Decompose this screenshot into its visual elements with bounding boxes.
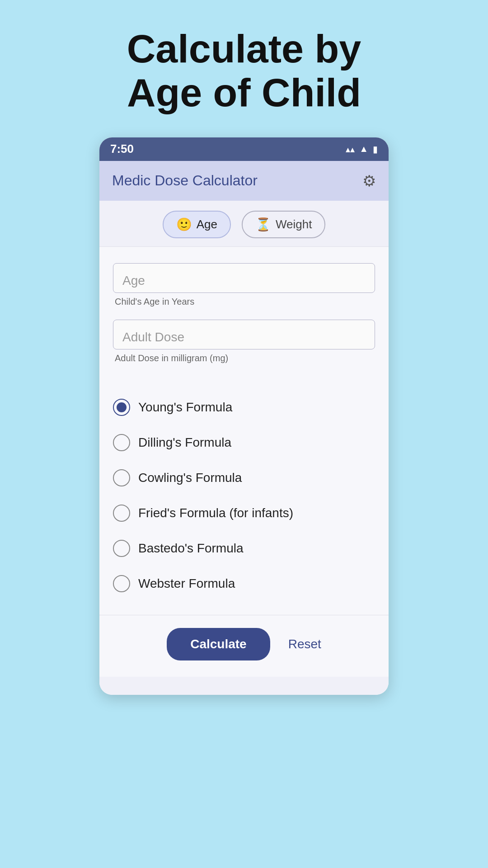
- signal-icon: ▲: [359, 144, 368, 154]
- tab-bar: 🙂 Age ⏳ Weight: [99, 201, 389, 247]
- page-title: Calculate by Age of Child: [0, 0, 488, 137]
- radio-frieds-circle: [113, 505, 130, 522]
- radio-dillings-circle: [113, 434, 130, 451]
- radio-frieds-label: Fried's Formula (for infants): [138, 506, 293, 520]
- radio-cowlings-label: Cowling's Formula: [138, 471, 242, 485]
- radio-youngs-circle: [113, 399, 130, 416]
- wifi-icon: ▴▴: [346, 144, 355, 155]
- btn-row: Calculate Reset: [99, 615, 389, 677]
- radio-youngs-label: Young's Formula: [138, 400, 232, 415]
- bottom-hint: [99, 677, 389, 695]
- age-input[interactable]: [113, 263, 375, 293]
- radio-basedos-circle: [113, 540, 130, 557]
- adult-dose-helper: Adult Dose in milligram (mg): [113, 353, 375, 363]
- age-input-helper: Child's Age in Years: [113, 297, 375, 307]
- radio-webster-circle: [113, 575, 130, 592]
- age-tab-label: Age: [197, 217, 217, 231]
- age-input-group: Child's Age in Years: [113, 263, 375, 307]
- battery-icon: ▮: [373, 144, 378, 155]
- radio-cowlings-circle: [113, 469, 130, 486]
- phone-frame: 7:50 ▴▴ ▲ ▮ Medic Dose Calculator ⚙ 🙂 Ag…: [99, 137, 389, 695]
- form-area: Child's Age in Years Adult Dose in milli…: [99, 247, 389, 385]
- radio-frieds[interactable]: Fried's Formula (for infants): [113, 495, 375, 531]
- radio-dillings-label: Dilling's Formula: [138, 435, 231, 450]
- app-title: Medic Dose Calculator: [112, 172, 258, 189]
- radio-section: Young's Formula Dilling's Formula Cowlin…: [99, 385, 389, 615]
- weight-tab-label: Weight: [276, 217, 312, 231]
- tab-weight[interactable]: ⏳ Weight: [242, 211, 325, 238]
- status-time: 7:50: [110, 142, 134, 156]
- reset-button[interactable]: Reset: [288, 637, 321, 651]
- weight-tab-icon: ⏳: [255, 217, 271, 232]
- gear-icon[interactable]: ⚙: [362, 172, 376, 190]
- calculate-button[interactable]: Calculate: [167, 628, 270, 660]
- adult-dose-input[interactable]: [113, 320, 375, 349]
- radio-webster-label: Webster Formula: [138, 576, 235, 591]
- radio-webster[interactable]: Webster Formula: [113, 566, 375, 601]
- adult-dose-input-group: Adult Dose in milligram (mg): [113, 320, 375, 363]
- status-icons: ▴▴ ▲ ▮: [346, 144, 378, 155]
- app-bar: Medic Dose Calculator ⚙: [99, 161, 389, 201]
- radio-dillings[interactable]: Dilling's Formula: [113, 425, 375, 460]
- radio-basedos-label: Bastedo's Formula: [138, 541, 244, 556]
- radio-basedos[interactable]: Bastedo's Formula: [113, 531, 375, 566]
- radio-cowlings[interactable]: Cowling's Formula: [113, 460, 375, 495]
- status-bar: 7:50 ▴▴ ▲ ▮: [99, 137, 389, 161]
- tab-age[interactable]: 🙂 Age: [163, 211, 231, 238]
- age-tab-icon: 🙂: [176, 217, 192, 232]
- radio-youngs[interactable]: Young's Formula: [113, 390, 375, 425]
